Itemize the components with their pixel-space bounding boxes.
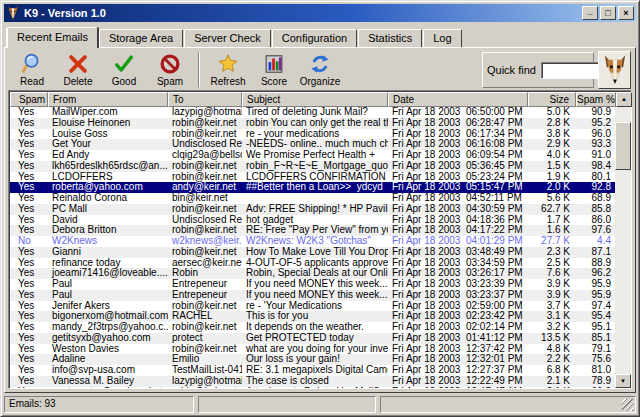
toolbar-separator [198,53,200,87]
cell-size: 4.8 K [528,344,576,355]
table-row[interactable]: YesLouise Gossrobin@keir.netre - your me… [10,129,615,140]
cell-from: Adaline [48,354,168,365]
cell-from: Paul [48,290,168,301]
table-row[interactable]: YesVanessa M. Baileylazypig@hotmail.comT… [10,376,615,387]
table-row[interactable]: YesEd Andyclqig29a@bellsouth.netWe Promi… [10,150,615,161]
header-spam-pct[interactable]: Spam % [576,92,616,107]
minimize-button[interactable]: _ [582,6,598,20]
tab-statistics[interactable]: Statistics [358,29,422,47]
tab-log[interactable]: Log [423,29,461,47]
cell-from: Louise Goss [48,129,168,140]
cell-score: 92.8 [576,182,615,193]
quick-find-input[interactable] [541,62,603,79]
cell-from: mandy_2f3trps@yahoo.c... [48,322,168,333]
vertical-scrollbar[interactable]: ▼ [615,107,631,388]
header-size[interactable]: Size [528,92,576,107]
header-from[interactable]: From [48,92,168,107]
spam-button[interactable]: Spam [147,51,193,89]
cell-date: Fri Apr 18 2003 05:23:24 PM [388,172,528,183]
cell-from: bigonerxom@hotmail.com [48,311,168,322]
cell-spam: Yes [10,279,48,290]
table-row[interactable]: Yesrefinance todayaersec@keir.net4-OUT-O… [10,258,615,269]
delete-button[interactable]: Delete [55,51,101,89]
table-row[interactable]: Yeslkh65rdeslkh65rdsc@an...robin@keir.ne… [10,161,615,172]
tab-configuration[interactable]: Configuration [272,29,357,47]
read-button[interactable]: Read [9,51,55,89]
table-row[interactable]: YesMailWiper.comlazypig@hotmail.comTired… [10,107,615,118]
resize-grip[interactable] [622,399,634,411]
tab-server-check[interactable]: Server Check [184,29,271,47]
cell-score: 95.9 [576,279,615,290]
cell-size: 5.0 K [528,107,576,118]
cell-to: Undisclosed Recipients [168,215,242,226]
good-button[interactable]: Good [101,51,147,89]
table-row[interactable]: YesPaulEntrepeneurIf you need MONEY this… [10,279,615,290]
table-row[interactable]: Yesbigonerxom@hotmail.comRACHELThis is f… [10,311,615,322]
app-window: K9 - Version 1.0 _ □ × Recent Emails Sto… [0,0,640,417]
table-row[interactable]: Yesgetitsyxb@yahoo.comprotectGet PROTECT… [10,333,615,344]
table-row[interactable]: Yespostmaster@savigny-le-t...robin@keir.… [10,387,615,389]
header-subject[interactable]: Subject [242,92,388,107]
cell-spam: Yes [10,290,48,301]
scroll-down-button[interactable]: ▼ [615,374,631,388]
title-bar[interactable]: K9 - Version 1.0 _ □ × [4,4,636,22]
tab-recent-emails[interactable]: Recent Emails [6,27,98,48]
table-row[interactable]: YesAdalineEmilioOur loss is your gain!Fr… [10,354,615,365]
table-row[interactable]: YesPaulEntrepeneurIf you need MONEY this… [10,290,615,301]
score-button[interactable]: Score [251,51,297,89]
toolbar: Read Delete Good [7,50,633,90]
cell-subject: Adv: FREE Shipping! * HP Pavilion... [242,204,388,215]
table-row[interactable]: NoW2Knewsw2knews@keir.netW2Knews: W2K3 "… [10,236,615,247]
cell-to: robin@keir.net [168,129,242,140]
header-to[interactable]: To [168,92,242,107]
cell-date: Fri Apr 18 2003 02:23:42 PM [388,311,528,322]
maximize-button[interactable]: □ [600,6,616,20]
table-row[interactable]: YesLCDOFFERSrobin@keir.netLCDOFFERS CONF… [10,172,615,183]
scroll-up-button[interactable]: ▲ [616,92,632,107]
table-row[interactable]: Yesroberta@yahoo.comandy@keir.net##Bette… [10,182,615,193]
table-row[interactable]: Yesmandy_2f3trps@yahoo.c...robin@keir.ne… [10,322,615,333]
table-row[interactable]: YesReinaldo Coronabin@keir.netFri Apr 18… [10,193,615,204]
cell-spam: Yes [10,387,48,389]
organize-button[interactable]: Organize [297,51,343,89]
cell-spam: Yes [10,107,48,118]
table-row[interactable]: YesElouise Heinonenrobin@keir.netrobin Y… [10,118,615,129]
header-spam[interactable]: Spam [10,92,48,107]
table-row[interactable]: Yesjoeami71416@loveable....RobinRobin, S… [10,268,615,279]
table-row[interactable]: YesJenifer Akersrobin@keir.netre - 'Your… [10,301,615,312]
table-row[interactable]: YesDebora Brittonrobin@keir.netRE: Free … [10,225,615,236]
dog-logo-button[interactable] [598,51,631,89]
close-button[interactable]: × [618,6,634,20]
cell-spam: Yes [10,182,48,193]
table-row[interactable]: Yesinfo@svp-usa.comTestMailList-0417RE: … [10,365,615,376]
cell-size: 2.9 K [528,139,576,150]
cell-to: RACHEL [168,311,242,322]
table-row[interactable]: YesGet YourUndisclosed Recipients-NEEDS-… [10,139,615,150]
cell-date: Fri Apr 18 2003 06:17:34 PM [388,129,528,140]
refresh-button[interactable]: Refresh [205,51,251,89]
cell-size: 2.5 K [528,258,576,269]
cell-score: 87.1 [576,247,615,258]
cell-score: 95.1 [576,322,615,333]
scrollbar-thumb[interactable] [615,122,631,170]
cell-score: 75.6 [576,354,615,365]
delete-label: Delete [64,76,93,87]
cell-subject: Attachments Deleted by MailScan! [242,387,388,389]
cell-subject: This is for you [242,311,388,322]
cell-spam: Yes [10,118,48,129]
cell-date: Fri Apr 18 2003 04:18:36 PM [388,215,528,226]
header-date[interactable]: Date [388,92,528,107]
cell-spam: Yes [10,150,48,161]
table-row[interactable]: YesWeston Daviesrobin@keir.netwhat are y… [10,344,615,355]
cell-spam: Yes [10,354,48,365]
tab-storage-area[interactable]: Storage Area [99,29,183,47]
table-row[interactable]: YesGiannirobin@keir.netHow To Make Love … [10,247,615,258]
cell-to: robin@keir.net [168,247,242,258]
table-row[interactable]: YesPC Mallrobin@keir.netAdv: FREE Shippi… [10,204,615,215]
scrollbar-track[interactable] [615,107,631,374]
cell-spam: Yes [10,204,48,215]
table-row[interactable]: YesDavidUndisclosed Recipientshot gadget… [10,215,615,226]
cell-date: Fri Apr 18 2003 06:09:54 PM [388,150,528,161]
cell-score: 95.9 [576,290,615,301]
status-email-count: Emails: 93 [4,396,194,413]
